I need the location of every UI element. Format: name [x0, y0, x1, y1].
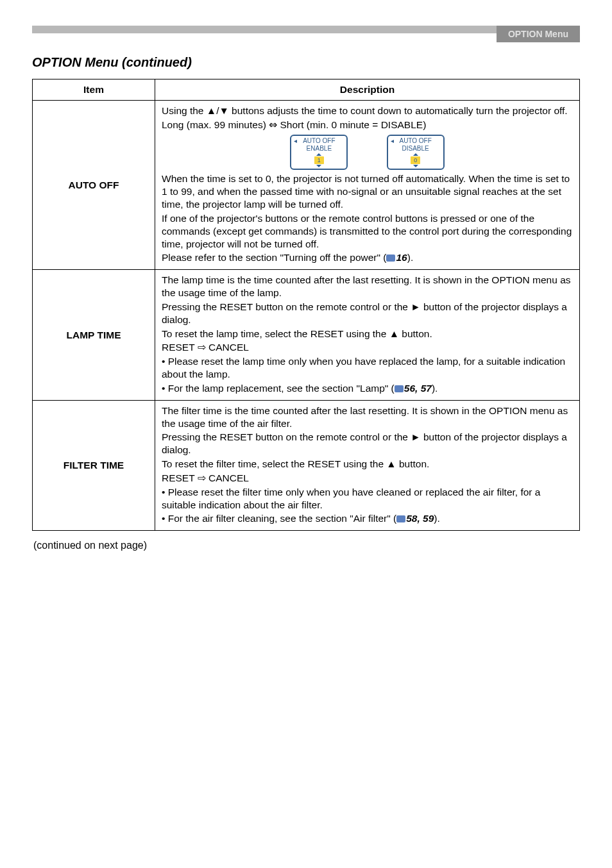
auto-off-p4a: If one of the projector's buttons or the… — [162, 212, 573, 250]
up-arrow-icon — [316, 153, 321, 156]
filter-p1: The filter time is the time counted afte… — [162, 405, 573, 430]
lamp-p5: • Please reset the lamp time only when y… — [162, 355, 573, 381]
lamp-p4: RESET ⇨ CANCEL — [162, 341, 573, 354]
continued-note: (continued on next page) — [33, 540, 580, 551]
badge1-sub: ENABLE — [291, 145, 346, 152]
lamp-p2: Pressing the RESET button on the remote … — [162, 301, 573, 326]
badge1-num: 1 — [314, 156, 324, 164]
table-row: FILTER TIME The filter time is the time … — [33, 400, 580, 530]
lamp-p3: To reset the lamp time, select the RESET… — [162, 328, 573, 340]
back-arrow-icon: ◂ — [294, 137, 297, 144]
badge2-num: 0 — [411, 156, 420, 164]
auto-off-p1: Using the ▲/▼ buttons adjusts the time t… — [162, 104, 573, 117]
header-tab: OPTION Menu — [497, 26, 580, 42]
up-arrow-icon — [413, 153, 418, 156]
section-title: OPTION Menu (continued) — [32, 55, 580, 70]
down-arrow-icon — [316, 165, 321, 167]
auto-off-p2: Long (max. 99 minutes) ⇔ Short (min. 0 m… — [162, 119, 573, 131]
badge1-title: AUTO OFF — [291, 137, 346, 144]
auto-off-p4b: Please refer to the section "Turning off… — [162, 251, 573, 264]
auto-off-badges: ◂ AUTO OFF ENABLE 1 ◂ AUTO OFF DISABLE — [162, 135, 573, 170]
book-icon — [395, 383, 404, 394]
book-icon — [396, 513, 406, 524]
item-filter-time: FILTER TIME — [33, 400, 155, 530]
item-auto-off: AUTO OFF — [33, 100, 155, 269]
filter-p3: To reset the filter time, select the RES… — [162, 458, 573, 471]
badge2-sub: DISABLE — [388, 145, 443, 152]
book-icon — [386, 252, 396, 263]
option-table: Item Description AUTO OFF Using the ▲/▼ … — [32, 79, 580, 531]
table-row: AUTO OFF Using the ▲/▼ buttons adjusts t… — [33, 100, 580, 269]
filter-p2: Pressing the RESET button on the remote … — [162, 431, 573, 456]
filter-p4: RESET ⇨ CANCEL — [162, 472, 573, 485]
auto-off-p3: When the time is set to 0, the projector… — [162, 172, 573, 210]
back-arrow-icon: ◂ — [391, 137, 394, 144]
down-arrow-icon — [413, 165, 418, 167]
lamp-p1: The lamp time is the time counted after … — [162, 274, 573, 299]
table-row: LAMP TIME The lamp time is the time coun… — [33, 270, 580, 400]
badge-disable: ◂ AUTO OFF DISABLE 0 — [387, 135, 445, 170]
col-header-description: Description — [155, 79, 580, 101]
filter-p5: • Please reset the filter time only when… — [162, 486, 573, 512]
badge-enable: ◂ AUTO OFF ENABLE 1 — [290, 135, 348, 170]
header: OPTION Menu — [32, 26, 580, 42]
badge2-title: AUTO OFF — [388, 137, 443, 144]
col-header-item: Item — [33, 79, 155, 101]
item-lamp-time: LAMP TIME — [33, 270, 155, 400]
filter-p6: • For the air filter cleaning, see the s… — [162, 512, 573, 525]
lamp-p6: • For the lamp replacement, see the sect… — [162, 382, 573, 395]
